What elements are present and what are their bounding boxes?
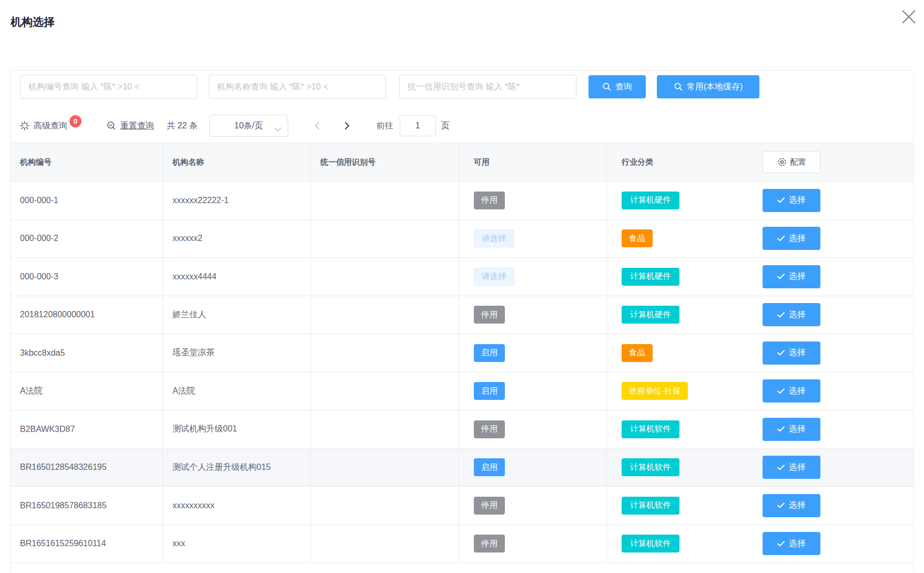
org-name-cell: A法院 bbox=[163, 373, 311, 410]
credit-code-input[interactable] bbox=[399, 75, 576, 99]
check-icon bbox=[777, 465, 785, 470]
status-badge[interactable]: 启用 bbox=[474, 458, 505, 476]
status-badge[interactable]: 停用 bbox=[474, 306, 505, 324]
total-count-label: 共 22 条 bbox=[167, 120, 198, 132]
org-code-input[interactable] bbox=[20, 75, 197, 99]
page-size-value: 10条/页 bbox=[235, 120, 263, 132]
page-unit-label: 页 bbox=[441, 120, 450, 132]
frequent-cache-button-label: 常用(本地缓存) bbox=[687, 82, 743, 93]
industry-badge: 计算机软件 bbox=[622, 458, 679, 476]
org-name-cell: xxxxxx2 bbox=[163, 220, 311, 258]
goto-page-input[interactable] bbox=[400, 115, 436, 136]
credit-code-cell bbox=[311, 525, 459, 563]
next-page-button[interactable] bbox=[339, 117, 357, 135]
check-icon bbox=[777, 236, 785, 242]
select-button[interactable]: 选择 bbox=[763, 456, 820, 479]
select-button-label: 选择 bbox=[789, 233, 806, 244]
org-code-cell: BR1651615259610114 bbox=[11, 525, 163, 563]
check-icon bbox=[777, 274, 785, 279]
credit-code-cell bbox=[311, 296, 459, 334]
header-credit-code: 统一信用识别号 bbox=[311, 143, 459, 181]
org-name-cell: 测试机构升级001 bbox=[163, 410, 311, 448]
table-row: 000-000-1 xxxxxx22222-1 停用 计算机硬件 选择 bbox=[11, 182, 913, 220]
org-name-input[interactable] bbox=[209, 75, 386, 99]
select-button[interactable]: 选择 bbox=[763, 341, 820, 365]
select-button-label: 选择 bbox=[789, 386, 806, 397]
header-org-code: 机构编号 bbox=[11, 143, 163, 181]
prev-page-button[interactable] bbox=[308, 117, 326, 135]
advanced-query-button[interactable]: 高级查询 0 bbox=[20, 120, 82, 132]
industry-badge: 食品 bbox=[622, 229, 653, 247]
credit-code-cell bbox=[311, 258, 459, 296]
industry-badge: 计算机软件 bbox=[622, 420, 679, 438]
status-badge[interactable]: 停用 bbox=[474, 192, 505, 209]
status-badge[interactable]: 请选择 bbox=[474, 229, 514, 247]
search-row: 查询 常用(本地缓存) bbox=[20, 75, 759, 99]
credit-code-cell bbox=[311, 373, 459, 410]
frequent-cache-button[interactable]: 常用(本地缓存) bbox=[657, 75, 759, 98]
table-row: A法院 A法院 启用 政府单位-社保 选择 bbox=[11, 373, 913, 411]
industry-badge: 食品 bbox=[622, 344, 653, 362]
table-body: 000-000-1 xxxxxx22222-1 停用 计算机硬件 选择 000-… bbox=[11, 182, 913, 563]
toolbar: 高级查询 0 重置查询 共 22 条 10条/页 bbox=[20, 115, 903, 137]
institutions-table: 机构编号 机构名称 统一信用识别号 可用 行业分类 配置 000-000-1 bbox=[11, 143, 913, 563]
advanced-query-label: 高级查询 bbox=[34, 120, 67, 132]
select-button-label: 选择 bbox=[789, 347, 806, 358]
select-button[interactable]: 选择 bbox=[763, 303, 820, 326]
select-button-label: 选择 bbox=[789, 462, 806, 473]
select-button-label: 选择 bbox=[789, 195, 806, 206]
query-button-label: 查询 bbox=[615, 82, 632, 93]
table-row: 000-000-3 xxxxxx4444 请选择 计算机硬件 选择 bbox=[11, 258, 913, 296]
industry-badge: 计算机硬件 bbox=[622, 192, 679, 209]
select-button[interactable]: 选择 bbox=[763, 418, 820, 441]
status-badge[interactable]: 停用 bbox=[474, 497, 505, 515]
credit-code-cell bbox=[311, 487, 459, 525]
org-name-cell: xxxxxx4444 bbox=[163, 258, 311, 296]
table-row: BR1650198578683185 xxxxxxxxxx 停用 计算机软件 选… bbox=[11, 487, 913, 525]
select-button[interactable]: 选择 bbox=[763, 532, 820, 555]
org-code-cell: 000-000-2 bbox=[11, 220, 163, 258]
table-header-row: 机构编号 机构名称 统一信用识别号 可用 行业分类 配置 bbox=[11, 143, 913, 182]
status-badge[interactable]: 启用 bbox=[474, 382, 505, 400]
select-button-label: 选择 bbox=[789, 538, 806, 549]
content-panel: 查询 常用(本地缓存) 高级查询 0 bbox=[10, 70, 914, 573]
select-button[interactable]: 选择 bbox=[763, 227, 820, 250]
status-badge[interactable]: 启用 bbox=[474, 344, 505, 362]
search-icon bbox=[674, 82, 683, 92]
chevron-down-icon bbox=[275, 124, 281, 134]
table-row: 2018120800000001 娇兰佳人 停用 计算机硬件 选择 bbox=[11, 296, 913, 335]
page-size-select[interactable]: 10条/页 bbox=[209, 115, 288, 137]
close-icon[interactable] bbox=[897, 5, 920, 28]
status-badge[interactable]: 停用 bbox=[474, 535, 505, 552]
check-icon bbox=[777, 197, 785, 203]
select-button[interactable]: 选择 bbox=[763, 189, 820, 212]
query-button[interactable]: 查询 bbox=[588, 75, 646, 98]
select-button-label: 选择 bbox=[789, 271, 806, 282]
reset-query-button[interactable]: 重置查询 bbox=[107, 120, 154, 132]
credit-code-cell bbox=[311, 220, 459, 258]
status-badge[interactable]: 停用 bbox=[474, 420, 505, 438]
header-org-name: 机构名称 bbox=[163, 143, 311, 181]
select-button[interactable]: 选择 bbox=[763, 265, 820, 288]
select-button[interactable]: 选择 bbox=[763, 379, 820, 403]
page-title: 机构选择 bbox=[11, 15, 55, 29]
table-row: 000-000-2 xxxxxx2 请选择 食品 选择 bbox=[11, 220, 913, 258]
org-name-cell: 瑶圣堂凉茶 bbox=[163, 334, 311, 372]
table-row: BR1651615259610114 xxx 停用 计算机软件 选择 bbox=[11, 525, 913, 564]
table-row: B2BAWK3D87 测试机构升级001 停用 计算机软件 选择 bbox=[11, 410, 913, 449]
check-icon bbox=[777, 388, 785, 394]
industry-badge: 计算机硬件 bbox=[622, 268, 679, 286]
loading-icon bbox=[20, 121, 29, 130]
check-icon bbox=[777, 541, 785, 547]
credit-code-cell bbox=[311, 410, 459, 448]
table-row: 3kbcc8xda5 瑶圣堂凉茶 启用 食品 选择 bbox=[11, 334, 913, 373]
select-button-label: 选择 bbox=[789, 500, 806, 511]
org-code-cell: A法院 bbox=[11, 373, 163, 410]
select-button[interactable]: 选择 bbox=[763, 494, 820, 517]
industry-badge: 计算机软件 bbox=[622, 535, 679, 552]
check-icon bbox=[777, 426, 785, 432]
org-name-cell: 测试个人注册升级机构015 bbox=[163, 449, 311, 487]
status-badge[interactable]: 请选择 bbox=[474, 268, 514, 286]
table-row: BR1650128548326195 测试个人注册升级机构015 启用 计算机软… bbox=[11, 449, 913, 487]
config-button[interactable]: 配置 bbox=[763, 151, 820, 173]
